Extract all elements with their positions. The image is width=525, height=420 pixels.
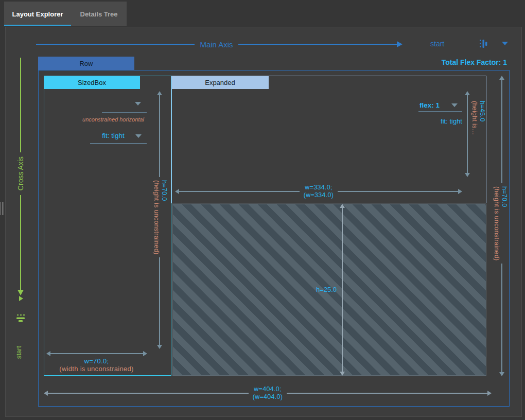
tab-bar: Layout Explorer Details Tree: [4, 2, 127, 26]
expanded-height-arrowhead-top: [465, 91, 470, 95]
expanded-height-line: [467, 95, 468, 173]
cross-axis-alignment-value[interactable]: start: [15, 346, 23, 359]
free-space-height-arrow: [339, 204, 346, 376]
sizedbox-width-arrow: [46, 349, 147, 358]
cross-axis-line-top: [20, 58, 21, 152]
free-space-height-annotation: h=25.0: [305, 286, 337, 293]
main-axis-alignment-icon[interactable]: [478, 38, 489, 49]
sizedbox-width-arrowhead-right: [143, 351, 147, 356]
expanded-widget-title: Expanded: [205, 79, 235, 86]
row-width-line-right: [287, 393, 487, 394]
main-axis-label: Main Axis: [195, 40, 238, 49]
expanded-width-value: w=334.0;: [304, 184, 334, 191]
tab-details-tree[interactable]: Details Tree: [71, 2, 127, 26]
expanded-width-annotation: w=334.0; (w=334.0): [300, 184, 338, 199]
expanded-widget-header[interactable]: Expanded: [171, 76, 269, 89]
row-width-arrow: w=404.0; (w=404.0): [44, 383, 492, 403]
cross-axis-arrow: Cross Axis: [16, 58, 25, 295]
expanded-height-value: h=45.0: [478, 101, 486, 135]
layout-explorer-screen: Layout Explorer Details Tree Main Axis s…: [0, 0, 525, 420]
sizedbox-fit-dropdown-underline[interactable]: [90, 143, 147, 144]
free-space-line: [342, 208, 343, 372]
row-width-annotation: w=404.0; (w=404.0): [249, 386, 287, 401]
main-axis-arrowhead: [397, 41, 402, 47]
expanded-flex-dropdown-underline[interactable]: [418, 111, 462, 112]
active-tab-indicator: [4, 25, 71, 26]
cross-axis-alignment-dropdown-caret[interactable]: [19, 296, 23, 301]
total-flex-factor-label: Total Flex Factor: 1: [350, 58, 507, 66]
expanded-height-arrow: [464, 91, 471, 177]
main-axis-arrow: Main Axis: [36, 40, 402, 49]
expanded-height-constraint: (height is…: [470, 101, 478, 135]
expanded-width-arrowhead-right: [458, 189, 462, 194]
expanded-width-arrowhead-left: [175, 189, 179, 194]
sizedbox-width-annotation: w=70.0; (width is unconstrained): [39, 357, 154, 373]
sizedbox-fit-dropdown-caret[interactable]: [135, 134, 142, 138]
sizedbox-constraint-hint: unconstrained horizontal: [75, 116, 152, 122]
expanded-width-line-left: [179, 191, 300, 192]
expanded-flex-dropdown-value[interactable]: flex: 1: [419, 101, 448, 109]
sizedbox-width-value: w=70.0;: [39, 357, 154, 365]
row-height-arrowhead-top: [499, 76, 504, 80]
expanded-width-line-right: [338, 191, 458, 192]
sizedbox-flex-dropdown-caret[interactable]: [135, 102, 141, 106]
row-height-arrowhead-bottom: [499, 372, 504, 376]
main-axis-alignment-value[interactable]: start: [430, 40, 461, 48]
sizedbox-widget-header[interactable]: SizedBox: [44, 76, 140, 89]
row-width-arrowhead-right: [487, 391, 492, 396]
main-axis-line-left: [36, 44, 195, 45]
row-height-value: h=70.0: [500, 186, 508, 260]
expanded-fit-label: fit: tight: [427, 117, 462, 125]
sizedbox-width-constraint: (width is unconstrained): [39, 365, 154, 373]
tab-layout-explorer[interactable]: Layout Explorer: [4, 2, 71, 26]
sizedbox-height-arrowhead-top: [157, 91, 162, 95]
panel-divider-handle[interactable]: [1, 202, 4, 215]
row-widget-title: Row: [79, 60, 93, 67]
sizedbox-flex-dropdown-underline[interactable]: [102, 112, 147, 113]
row-width-value: w=404.0;: [253, 386, 283, 393]
row-width-value2: (w=404.0): [253, 393, 283, 401]
expanded-width-value2: (w=334.0): [304, 191, 334, 199]
cross-axis-line-bottom: [20, 195, 21, 290]
sizedbox-height-value: h=70.0: [160, 180, 168, 254]
sizedbox-widget-title: SizedBox: [78, 79, 106, 86]
free-space-arrowhead-bottom: [340, 372, 345, 376]
free-space-arrowhead-top: [340, 204, 345, 208]
sizedbox-height-constraint: (height is unconstrained): [152, 180, 160, 254]
main-axis-alignment-dropdown-caret[interactable]: [502, 42, 508, 45]
row-width-line-left: [48, 393, 249, 394]
tab-layout-explorer-label: Layout Explorer: [12, 10, 63, 18]
expanded-height-arrowhead-bottom: [465, 173, 470, 177]
expanded-width-arrow: w=334.0; (w=334.0): [175, 182, 462, 201]
row-width-arrowhead-left: [44, 391, 48, 396]
main-axis-line-right: [238, 44, 397, 45]
sizedbox-width-arrowhead-left: [46, 351, 50, 356]
tab-details-tree-label: Details Tree: [80, 10, 118, 18]
expanded-height-annotation: h=45.0 (height is…: [470, 101, 486, 135]
cross-axis-label: Cross Axis: [16, 152, 25, 195]
row-height-constraint: (height is unconstrained): [493, 186, 500, 260]
row-height-annotation: h=70.0 (height is unconstrained): [492, 183, 509, 264]
expanded-flex-dropdown-caret[interactable]: [451, 103, 458, 107]
sizedbox-fit-dropdown-value[interactable]: fit: tight: [93, 132, 134, 139]
sizedbox-height-arrowhead-bottom: [157, 345, 162, 349]
sizedbox-width-line: [50, 353, 143, 354]
cross-axis-alignment-icon[interactable]: [15, 312, 26, 324]
cross-axis-arrowhead: [18, 290, 24, 295]
row-widget-header[interactable]: Row: [38, 57, 134, 70]
sizedbox-height-annotation: h=70.0 (height is unconstrained): [152, 177, 168, 257]
